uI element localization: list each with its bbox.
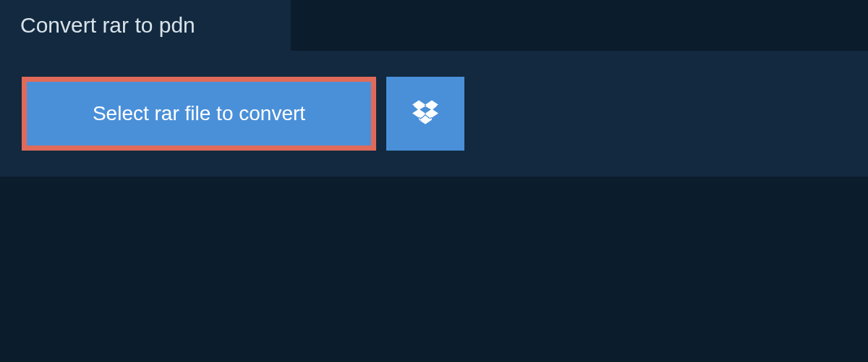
button-row: Select rar file to convert [22,77,846,151]
tab-label: Convert rar to pdn [20,13,195,37]
tab-convert[interactable]: Convert rar to pdn [0,0,291,51]
select-file-button[interactable]: Select rar file to convert [22,77,376,151]
select-file-label: Select rar file to convert [93,102,305,125]
dropbox-button[interactable] [386,77,464,151]
tab-bar: Convert rar to pdn [0,0,868,51]
dropbox-icon [412,99,438,128]
converter-panel: Select rar file to convert [0,51,868,177]
